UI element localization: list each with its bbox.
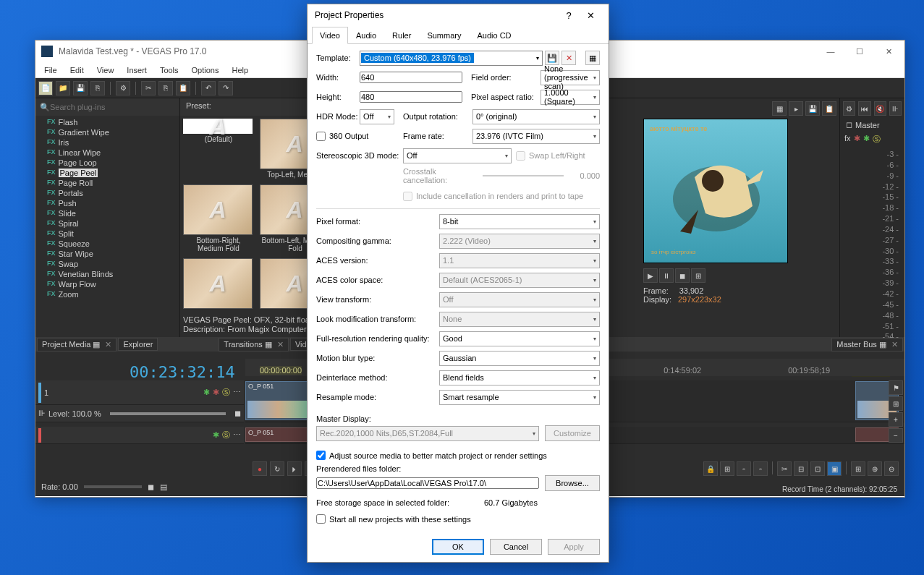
deinterlace-select[interactable]: Blend fields▾: [439, 370, 600, 386]
solo-icon[interactable]: Ⓢ: [873, 134, 881, 145]
close-icon[interactable]: ✕: [891, 340, 898, 349]
cut-button[interactable]: ✂: [141, 81, 156, 95]
gamma-select[interactable]: 2.222 (Video)▾: [439, 234, 600, 249]
settings-icon[interactable]: ⚙: [843, 101, 855, 116]
tool-btn[interactable]: ▫: [737, 461, 751, 476]
properties-button[interactable]: ⚙: [116, 81, 130, 95]
delete-template-button[interactable]: ✕: [561, 51, 576, 65]
help-button[interactable]: ?: [558, 10, 580, 21]
menu-file[interactable]: File: [38, 64, 63, 76]
minimize-button[interactable]: —: [821, 47, 841, 56]
undo-button[interactable]: ↶: [201, 81, 216, 95]
fx-list[interactable]: FXFlashFXGradient WipeFXIrisFXLinear Wip…: [35, 116, 179, 337]
crosstalk-slider[interactable]: [483, 175, 564, 176]
zoom-in-icon[interactable]: +: [889, 412, 903, 427]
video-track-header[interactable]: 1 ✱ ✱ Ⓢ ⋯: [35, 380, 244, 405]
video-track-level[interactable]: ⊪ Level: 100.0 % ◼: [35, 405, 244, 422]
include-cancellation-checkbox[interactable]: Include cancellation in renders and prin…: [403, 192, 583, 201]
fx-item[interactable]: FXPush: [44, 198, 179, 208]
tool-btn[interactable]: ⊕: [868, 461, 882, 476]
swap-lr-checkbox[interactable]: Swap Left/Right: [516, 151, 585, 161]
tool-btn-active[interactable]: ▣: [827, 461, 842, 476]
tab-summary[interactable]: Summary: [419, 27, 469, 44]
tool-btn[interactable]: ▫: [753, 461, 768, 476]
tool-btn[interactable]: ⊟: [794, 461, 808, 476]
paste-button[interactable]: 📋: [176, 81, 190, 95]
fx-item[interactable]: FXPage Peel: [44, 168, 179, 178]
fx-search-input[interactable]: [50, 103, 175, 111]
preview-toolbar-btn[interactable]: 💾: [805, 101, 820, 116]
menu-view[interactable]: View: [91, 64, 120, 76]
audio-track-header[interactable]: ✱ Ⓢ ⋯: [35, 427, 244, 444]
par-select[interactable]: 1.0000 (Square)▾: [541, 90, 600, 105]
record-button[interactable]: ●: [253, 461, 267, 476]
marker-icon[interactable]: ⚑: [889, 380, 903, 395]
fx-item[interactable]: FXVenetian Blinds: [44, 269, 179, 279]
collapse-icon[interactable]: ▤: [160, 482, 167, 492]
customize-button[interactable]: Customize: [545, 425, 600, 441]
preset-thumb[interactable]: [183, 184, 253, 235]
play-start-button[interactable]: ⏵: [287, 461, 302, 476]
fx-item[interactable]: FXFlash: [44, 117, 179, 127]
tab-transitions[interactable]: Transitions ▦ ✕: [219, 338, 289, 352]
resample-select[interactable]: Smart resample▾: [439, 390, 600, 405]
tab-ruler[interactable]: Ruler: [384, 27, 419, 44]
aces-version-select[interactable]: 1.1▾: [439, 253, 600, 268]
stereo-select[interactable]: Off▾: [403, 148, 512, 163]
open-button[interactable]: 📁: [56, 81, 70, 95]
fx-item[interactable]: FXZoom: [44, 289, 179, 299]
fx-item[interactable]: FXPage Roll: [44, 178, 179, 188]
menu-insert[interactable]: Insert: [121, 64, 153, 76]
mixer-icon[interactable]: ⊪: [889, 101, 902, 116]
match-media-button[interactable]: ▦: [585, 51, 600, 65]
stop-button[interactable]: ◼: [675, 268, 690, 283]
fx-item[interactable]: FXSpiral: [44, 218, 179, 229]
render-button[interactable]: ⎘: [90, 81, 105, 95]
snap-icon[interactable]: ⊞: [720, 461, 734, 476]
tool-btn[interactable]: ⊡: [810, 461, 825, 476]
close-button[interactable]: ✕: [580, 10, 601, 21]
close-icon[interactable]: ✕: [277, 340, 284, 349]
master-display-select[interactable]: Rec.2020,1000 Nits,D65,ST.2084,Full▾: [316, 426, 539, 441]
close-button[interactable]: ✕: [878, 47, 899, 56]
zoom-out-icon[interactable]: −: [889, 428, 903, 443]
motion-blur-select[interactable]: Gaussian▾: [439, 351, 600, 366]
preset-thumb-default[interactable]: [183, 119, 253, 134]
menu-options[interactable]: Options: [186, 64, 225, 76]
width-field[interactable]: [360, 72, 462, 83]
tab-explorer[interactable]: Explorer: [118, 338, 158, 351]
browse-button[interactable]: Browse...: [545, 475, 600, 491]
output360-checkbox[interactable]: 360 Output: [316, 132, 396, 141]
play-button[interactable]: ▶: [643, 268, 658, 283]
prerender-folder-field[interactable]: [316, 477, 539, 489]
redo-button[interactable]: ↷: [219, 81, 233, 95]
pause-button[interactable]: ⏸: [659, 268, 674, 283]
tool-btn[interactable]: ✂: [777, 461, 792, 476]
fx-item[interactable]: FXSplit: [44, 229, 179, 239]
tab-master-bus[interactable]: Master Bus ▦ ✕: [831, 338, 903, 352]
tool-btn[interactable]: ⊞: [851, 461, 865, 476]
stop-icon[interactable]: ◼: [148, 482, 154, 492]
fx-item[interactable]: FXLinear Wipe: [44, 148, 179, 158]
start-all-projects-checkbox[interactable]: Start all new projects with these settin…: [316, 514, 600, 524]
fx-item[interactable]: FXWarp Flow: [44, 279, 179, 289]
gear-icon[interactable]: ✱: [863, 134, 870, 145]
fx-item[interactable]: FXStar Wipe: [44, 249, 179, 259]
prev-icon[interactable]: ⏮: [858, 101, 870, 116]
template-select[interactable]: Custom (640x480, 23.976 fps) ▾: [360, 51, 543, 66]
fx-item[interactable]: FXSwap: [44, 259, 179, 269]
fx-item[interactable]: FXSlide: [44, 208, 179, 218]
close-icon[interactable]: ✕: [105, 340, 111, 349]
ok-button[interactable]: OK: [432, 539, 484, 555]
timecode-display[interactable]: 00:23:32:14: [130, 363, 235, 381]
preset-thumb[interactable]: [183, 258, 253, 309]
audio-clip[interactable]: O_P 051: [245, 427, 310, 442]
adjust-source-checkbox[interactable]: Adjust source media to better match proj…: [316, 451, 600, 460]
tab-project-media[interactable]: Project Media ▦ ✕: [37, 338, 116, 352]
add-track-icon[interactable]: ⊞: [889, 396, 903, 411]
gear-icon[interactable]: ✱: [854, 134, 860, 145]
preview-toolbar-btn[interactable]: ▦: [772, 101, 787, 116]
preview-grid-button[interactable]: ⊞: [691, 268, 705, 283]
fx-item[interactable]: FXIris: [44, 137, 179, 148]
fx-icon[interactable]: fx: [844, 134, 851, 145]
